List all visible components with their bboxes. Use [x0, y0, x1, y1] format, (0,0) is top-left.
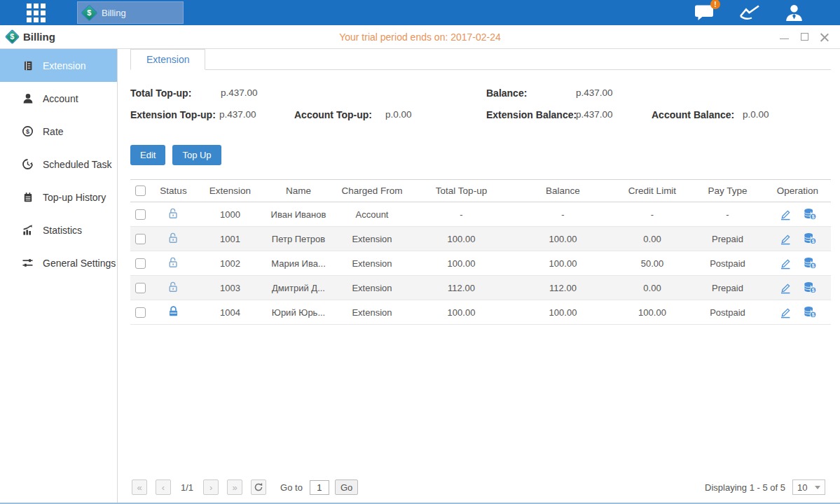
svg-text:$: $	[811, 214, 814, 220]
page-size-select[interactable]: 10	[792, 479, 825, 495]
sliders-icon	[22, 257, 34, 269]
page-title: Billing	[23, 31, 55, 43]
notifications-button[interactable]: !	[694, 4, 715, 21]
billing-app-icon: $	[81, 4, 97, 21]
select-all-checkbox[interactable]	[135, 186, 146, 196]
table-row: 1004Юрий Юрь...Extension100.00100.00100.…	[130, 300, 831, 325]
edit-extension-button[interactable]	[779, 282, 792, 294]
topup-extension-button[interactable]: $	[803, 306, 817, 318]
sidebar-item-statistics[interactable]: Statistics	[0, 214, 117, 246]
row-checkbox[interactable]	[135, 209, 146, 220]
sidebar: ExtensionAccount$RateScheduled TaskTop-u…	[0, 49, 118, 503]
next-page-button[interactable]: ›	[203, 479, 219, 495]
top-up-button[interactable]: Top Up	[172, 145, 221, 165]
sidebar-item-rate[interactable]: $Rate	[0, 115, 117, 148]
row-checkbox[interactable]	[135, 283, 146, 293]
table-body: 1000Иван ИвановAccount---- $ 1001Петр Пе…	[130, 202, 831, 325]
charged-from-cell: Extension	[333, 300, 411, 325]
history-icon	[22, 158, 34, 170]
lock-open-icon	[167, 207, 179, 220]
balance-cell: 100.00	[512, 227, 614, 251]
tab-extension[interactable]: Extension	[130, 49, 205, 70]
pay-type-cell: Postpaid	[691, 300, 764, 325]
total-topup-cell: -	[411, 202, 512, 227]
name-cell: Дмитрий Д...	[263, 276, 333, 300]
balance-cell: 100.00	[512, 300, 614, 325]
charged-from-cell: Extension	[333, 251, 411, 276]
tab-bar: Extension	[130, 49, 831, 70]
sidebar-item-account[interactable]: Account	[0, 82, 117, 115]
extension-topup-value: p.437.00	[219, 109, 256, 120]
ledger-icon	[22, 59, 34, 71]
chevron-down-icon	[815, 486, 820, 489]
column-header-extension: Extension	[197, 180, 263, 202]
sidebar-item-label: Account	[43, 93, 78, 104]
maximize-button[interactable]	[801, 33, 808, 41]
goto-page-input[interactable]	[310, 480, 329, 495]
extension-topup-label: Extension Top-up:	[130, 109, 216, 120]
topup-extension-button[interactable]: $	[803, 232, 817, 245]
extensions-table: StatusExtensionNameCharged FromTotal Top…	[130, 179, 831, 325]
edit-extension-button[interactable]	[779, 209, 792, 220]
refresh-button[interactable]	[251, 479, 266, 495]
main-menu-grid-icon[interactable]	[27, 4, 46, 22]
row-checkbox[interactable]	[135, 307, 146, 318]
lock-open-icon	[167, 256, 179, 269]
resource-monitor-button[interactable]	[738, 4, 761, 22]
sidebar-item-label: Statistics	[43, 225, 82, 236]
edit-button[interactable]: Edit	[130, 145, 165, 165]
svg-text:$: $	[811, 288, 814, 293]
app-body: ExtensionAccount$RateScheduled TaskTop-u…	[0, 49, 840, 503]
name-cell: Юрий Юрь...	[263, 300, 333, 325]
sidebar-item-scheduled-task[interactable]: Scheduled Task	[0, 148, 117, 181]
first-page-button[interactable]: «	[132, 479, 147, 495]
topup-extension-button[interactable]: $	[803, 208, 817, 220]
sidebar-item-extension[interactable]: Extension	[0, 49, 117, 82]
go-button[interactable]: Go	[335, 479, 358, 495]
desktop-topbar: $ Billing !	[0, 0, 840, 25]
person-icon	[22, 92, 34, 104]
taskbar-billing-button[interactable]: $ Billing	[77, 1, 184, 24]
svg-text:$: $	[26, 128, 29, 135]
column-header-balance: Balance	[512, 180, 614, 202]
statistics-icon	[22, 224, 34, 236]
edit-extension-button[interactable]	[779, 233, 792, 245]
credit-limit-cell: 50.00	[614, 251, 691, 276]
edit-extension-button[interactable]	[779, 258, 792, 270]
pay-type-cell: Prepaid	[691, 227, 764, 251]
goto-label: Go to	[280, 482, 303, 493]
prev-page-button[interactable]: ‹	[156, 479, 171, 495]
account-balance-value: p.0.00	[743, 109, 769, 120]
extension-balance-label: Extension Balance:	[486, 109, 577, 120]
svg-text:$: $	[811, 239, 814, 244]
line-chart-icon	[738, 4, 761, 22]
table-row: 1001Петр ПетровExtension100.00100.000.00…	[130, 227, 831, 251]
topup-extension-button[interactable]: $	[803, 281, 817, 294]
row-checkbox[interactable]	[135, 234, 146, 244]
total-topup-cell: 100.00	[411, 300, 512, 325]
sidebar-item-top-up-history[interactable]: Top-up History	[0, 181, 117, 214]
name-cell: Петр Петров	[263, 227, 333, 251]
extension-cell: 1004	[197, 300, 263, 325]
sidebar-item-general-settings[interactable]: General Settings	[0, 246, 117, 279]
row-checkbox[interactable]	[135, 258, 146, 269]
edit-extension-button[interactable]	[779, 307, 792, 318]
trial-notice: Your trial period ends on: 2017-02-24	[0, 31, 840, 43]
total-topup-cell: 100.00	[411, 227, 512, 251]
table-row: 1000Иван ИвановAccount---- $	[130, 202, 831, 227]
charged-from-cell: Account	[333, 202, 411, 227]
lock-closed-icon	[167, 305, 179, 318]
svg-text:$: $	[811, 312, 814, 318]
credit-limit-cell: 100.00	[614, 300, 691, 325]
credit-limit-cell: -	[614, 202, 691, 227]
minimize-button[interactable]	[780, 38, 789, 39]
lock-open-icon	[167, 232, 179, 244]
action-buttons: Edit Top Up	[130, 145, 831, 165]
last-page-button[interactable]: »	[227, 479, 242, 495]
topup-extension-button[interactable]: $	[803, 257, 817, 270]
account-topup-value: p.0.00	[385, 109, 412, 120]
close-button[interactable]	[820, 33, 829, 41]
sidebar-item-label: Extension	[43, 60, 85, 71]
user-account-button[interactable]	[785, 4, 804, 22]
column-header-charged-from: Charged From	[333, 180, 411, 202]
